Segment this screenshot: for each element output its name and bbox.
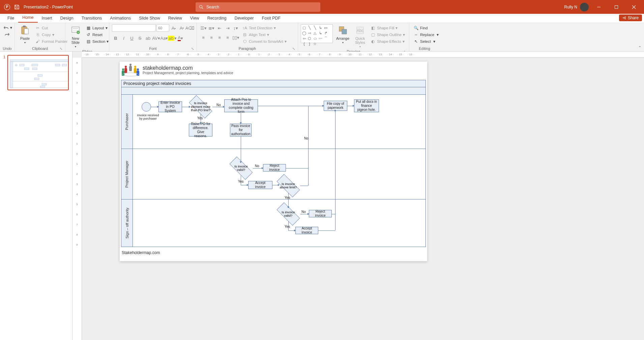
thumbnail-panel[interactable]: 1 — [0, 52, 72, 340]
italic-button[interactable]: I — [120, 34, 127, 42]
slide-editor[interactable]: · 16 ·· 15 ·· 14 ·· 13 ·· 12 ·· 11 ·· 10… — [72, 52, 644, 340]
tab-transitions[interactable]: Transitions — [78, 14, 106, 23]
redo-button[interactable] — [3, 32, 12, 37]
label-yes-3: Yes — [285, 196, 290, 199]
tab-recording[interactable]: Recording — [203, 14, 231, 23]
tab-file[interactable]: File — [3, 14, 18, 23]
strikethrough-button[interactable]: S — [136, 34, 144, 42]
label-no-3: No — [304, 136, 309, 140]
share-button[interactable]: Share — [619, 14, 642, 21]
shape-fill-icon: ◧ — [370, 25, 376, 31]
new-slide-button[interactable]: + New Slide▾ — [68, 24, 83, 49]
arrange-button[interactable]: Arrange▾ — [334, 24, 351, 45]
paragraph-launcher[interactable]: ⤡ — [292, 47, 295, 51]
shape-outline-button[interactable]: ▢Shape Outline ▾ — [369, 32, 406, 38]
undo-button[interactable]: ▾ — [1, 25, 13, 30]
tab-insert[interactable]: Insert — [38, 14, 56, 23]
font-size-input[interactable] — [156, 24, 169, 32]
node-start — [142, 102, 151, 112]
node-accept-so: Accept invoice — [295, 227, 318, 234]
svg-rect-15 — [342, 29, 347, 34]
layout-button[interactable]: ▦Layout ▾ — [84, 25, 110, 31]
save-icon[interactable] — [14, 4, 20, 10]
tab-animations[interactable]: Animations — [106, 14, 135, 23]
tab-slideshow[interactable]: Slide Show — [135, 14, 164, 23]
select-button[interactable]: ↖Select ▾ — [412, 38, 440, 44]
clipboard-launcher[interactable]: ⤡ — [60, 47, 62, 51]
replace-button[interactable]: ↔Replace ▾ — [412, 32, 440, 38]
tab-design[interactable]: Design — [56, 14, 78, 23]
align-text-icon: ⊟ — [242, 32, 247, 37]
tab-developer[interactable]: Developer — [231, 14, 258, 23]
tab-home[interactable]: Home — [18, 14, 37, 23]
search-box[interactable]: Search — [196, 2, 320, 12]
line-spacing-button[interactable]: ↕▾ — [232, 24, 239, 32]
svg-rect-30 — [38, 74, 42, 76]
justify-button[interactable]: ≡ — [224, 34, 231, 41]
slide-canvas[interactable]: stakeholdermap.com Project Management, p… — [120, 62, 427, 261]
clear-formatting-button[interactable]: A⌫ — [186, 24, 194, 32]
section-button[interactable]: ▤Section ▾ — [84, 38, 110, 44]
node-is-valid-so: Is invoice valid? — [276, 207, 300, 221]
svg-rect-31 — [34, 78, 39, 80]
align-text-button[interactable]: ⊟Align Text ▾ — [241, 32, 288, 38]
align-right-button[interactable]: ≡ — [216, 34, 223, 41]
shape-connector-icon: ↳ — [318, 25, 323, 30]
avatar[interactable] — [580, 3, 589, 11]
font-launcher[interactable]: ⤡ — [191, 47, 194, 51]
svg-rect-29 — [32, 68, 37, 70]
underline-button[interactable]: U — [128, 34, 136, 42]
reset-button[interactable]: ↺Reset — [84, 32, 110, 38]
bold-button[interactable]: B — [112, 34, 119, 42]
title-bar: P Presentation2 - PowerPoint Search Rull… — [0, 0, 644, 14]
change-case-button[interactable]: Aa▾ — [160, 34, 168, 42]
label-invoice-received: Invoice received by purchaser — [136, 114, 160, 120]
label-no-2: No — [255, 164, 259, 168]
columns-button[interactable]: ▯▯▾ — [232, 34, 239, 41]
select-icon: ↖ — [413, 39, 419, 44]
ruler-horizontal: · 16 ·· 15 ·· 14 ·· 13 ·· 12 ·· 11 ·· 10… — [82, 52, 644, 58]
quick-styles-icon: Abc — [355, 25, 365, 36]
close-button[interactable] — [626, 0, 641, 14]
font-color-button[interactable]: A▾ — [177, 34, 184, 42]
tab-review[interactable]: Review — [164, 14, 186, 23]
tab-view[interactable]: View — [186, 14, 203, 23]
user-name[interactable]: Rully N — [564, 5, 577, 9]
shape-curve-icon: 〰 — [318, 36, 323, 41]
highlight-button[interactable]: ab▾ — [169, 34, 176, 42]
slide-thumbnail-1[interactable] — [7, 55, 69, 90]
find-button[interactable]: 🔍Find — [412, 25, 440, 31]
svg-rect-3 — [615, 5, 618, 8]
convert-smartart-button[interactable]: ⬡Convert to SmartArt ▾ — [241, 38, 288, 44]
quick-styles-button[interactable]: Abc Quick Styles▾ — [353, 24, 368, 49]
align-left-button[interactable]: ≡ — [200, 34, 207, 41]
increase-font-button[interactable]: A▴ — [170, 24, 177, 32]
align-center-button[interactable]: ≡ — [208, 34, 215, 41]
shapes-gallery[interactable]: ▢ ╲ ╲ ↳ ▭ ◯ ⇨ △ ↳ ↱ ⇦ ⬡ ⬭ 〰 ⌒ { } ☆ — [301, 24, 333, 43]
paste-button[interactable]: Paste ▾ — [18, 24, 32, 45]
minimize-button[interactable] — [591, 0, 606, 14]
cut-button[interactable]: ✂Cut — [34, 25, 69, 31]
shape-fill-button[interactable]: ◧Shape Fill ▾ — [369, 25, 406, 31]
maximize-button[interactable] — [609, 0, 624, 14]
character-spacing-button[interactable]: AV▾ — [152, 34, 160, 42]
copy-button[interactable]: ⎘Copy ▾ — [34, 32, 69, 38]
svg-rect-28 — [24, 68, 29, 70]
increase-indent-button[interactable]: ⇥ — [224, 24, 231, 32]
shape-callout-icon: ⬭ — [313, 36, 317, 41]
shape-star-icon: ☆ — [313, 41, 317, 46]
svg-rect-7 — [23, 26, 26, 27]
bullets-button[interactable]: ☰▾ — [200, 24, 207, 32]
tab-foxit[interactable]: Foxit PDF — [258, 14, 285, 23]
shape-effects-button[interactable]: ◐Shape Effects ▾ — [369, 38, 406, 44]
decrease-indent-button[interactable]: ⇤ — [216, 24, 223, 32]
collapse-ribbon-button[interactable]: ⌃ — [638, 45, 641, 50]
text-shadow-button[interactable]: ab — [144, 34, 152, 42]
numbering-button[interactable]: ≣▾ — [208, 24, 215, 32]
text-direction-button[interactable]: ↕AText Direction ▾ — [241, 25, 288, 31]
font-family-input[interactable] — [112, 24, 156, 32]
svg-rect-26 — [55, 64, 60, 66]
swimlanes: Purchaser Project Manager Sign – off aut… — [121, 95, 426, 247]
decrease-font-button[interactable]: A▾ — [178, 24, 185, 32]
format-painter-button[interactable]: 🖌Format Painter — [34, 38, 69, 44]
